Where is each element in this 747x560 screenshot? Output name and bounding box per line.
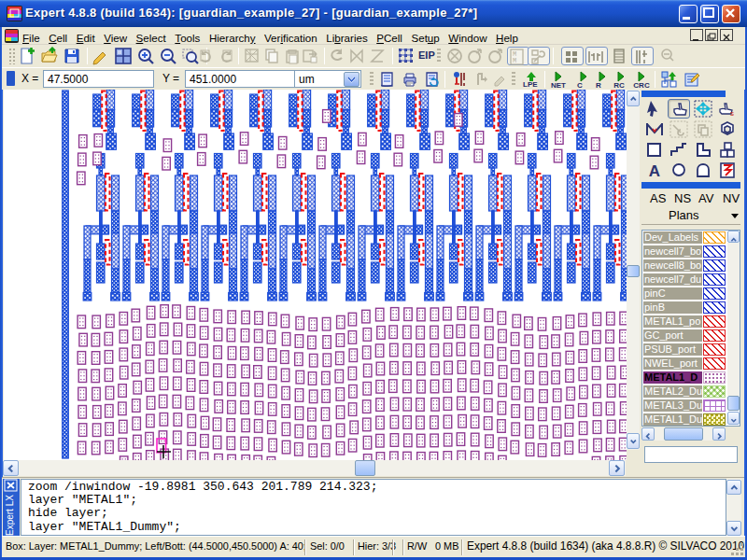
svg-text:A: A <box>649 162 660 180</box>
svg-text:CRC: CRC <box>633 81 650 89</box>
svg-text:C: C <box>577 81 583 89</box>
svg-text:NET: NET <box>551 81 566 89</box>
svg-text:RC: RC <box>613 81 625 89</box>
svg-text:s: s <box>730 109 734 118</box>
svg-text:M: M <box>513 57 516 64</box>
svg-text:LPE: LPE <box>523 80 538 89</box>
svg-text:R: R <box>596 81 601 89</box>
